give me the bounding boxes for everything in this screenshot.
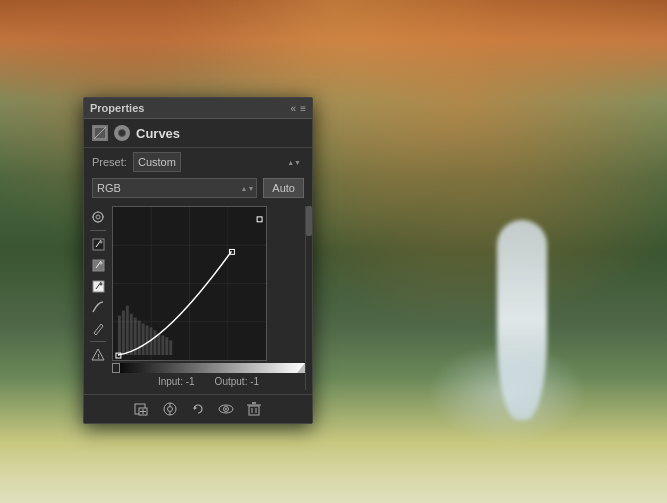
delete-button[interactable] <box>244 400 264 418</box>
input-value: Input: -1 <box>158 376 195 387</box>
channel-row: RGB Red Green Blue Auto <box>84 176 312 202</box>
scrollbar-thumb <box>306 206 312 236</box>
svg-rect-32 <box>153 330 156 355</box>
pencil-draw-tool[interactable] <box>89 319 107 337</box>
svg-point-13 <box>99 282 102 285</box>
svg-rect-23 <box>118 316 121 355</box>
visibility-toggle[interactable] <box>114 125 130 141</box>
svg-point-3 <box>96 215 100 219</box>
reset-button[interactable] <box>188 400 208 418</box>
warning-tool[interactable]: ! <box>89 346 107 364</box>
svg-point-45 <box>168 407 173 412</box>
output-value: Output: -1 <box>215 376 259 387</box>
svg-rect-39 <box>257 217 262 222</box>
panel-scrollbar[interactable] <box>305 206 312 390</box>
eyedropper-gray-tool[interactable] <box>89 256 107 274</box>
svg-rect-10 <box>93 260 104 271</box>
curves-graph-area: Input: -1 Output: -1 <box>112 206 305 390</box>
svg-rect-33 <box>157 333 160 355</box>
svg-rect-24 <box>122 311 125 355</box>
svg-rect-29 <box>142 323 145 355</box>
svg-line-14 <box>94 333 96 335</box>
curves-svg <box>113 207 266 360</box>
tool-separator-1 <box>90 230 106 231</box>
panel-title: Properties <box>90 102 144 114</box>
menu-icon[interactable]: ≡ <box>300 103 306 114</box>
highlight-point-handle[interactable] <box>297 363 305 373</box>
svg-rect-8 <box>93 239 104 250</box>
panel-header: Properties « ≡ <box>84 98 312 119</box>
svg-rect-30 <box>146 325 149 355</box>
svg-text:!: ! <box>98 353 100 360</box>
curves-section-title: Curves <box>136 126 180 141</box>
auto-button[interactable]: Auto <box>263 178 304 198</box>
adjustment-layer-icon <box>92 125 108 141</box>
svg-rect-26 <box>130 314 133 355</box>
svg-rect-52 <box>249 406 259 415</box>
tool-separator-2 <box>90 341 106 342</box>
svg-rect-34 <box>161 335 164 355</box>
preset-label: Preset: <box>92 156 127 168</box>
svg-rect-28 <box>138 321 141 356</box>
curve-tool[interactable] <box>89 298 107 316</box>
target-adjustment-tool[interactable] <box>89 208 107 226</box>
svg-point-11 <box>99 261 102 264</box>
left-toolbar: ! <box>84 206 112 390</box>
visibility-button[interactable] <box>216 400 236 418</box>
channel-select[interactable]: RGB Red Green Blue <box>92 178 257 198</box>
add-mask-button[interactable] <box>132 400 152 418</box>
eyedropper-black-tool[interactable] <box>89 235 107 253</box>
svg-line-1 <box>94 127 106 139</box>
gradient-strip <box>112 363 305 373</box>
curves-header: Curves <box>84 119 312 148</box>
svg-point-51 <box>225 408 227 410</box>
svg-point-2 <box>93 212 103 222</box>
properties-panel: Properties « ≡ Curves Preset: Custom <box>83 97 313 424</box>
preset-select-wrapper: Custom <box>133 152 304 172</box>
waterfall-mist <box>427 343 587 443</box>
svg-rect-35 <box>165 337 168 355</box>
header-controls: « ≡ <box>291 103 306 114</box>
preset-select[interactable]: Custom <box>133 152 181 172</box>
panel-body: ! <box>84 202 312 394</box>
curves-canvas[interactable] <box>112 206 267 361</box>
svg-point-9 <box>99 240 102 243</box>
svg-rect-12 <box>93 281 104 292</box>
input-output-row: Input: -1 Output: -1 <box>112 373 305 390</box>
preset-row: Preset: Custom <box>84 148 312 176</box>
svg-rect-25 <box>126 306 129 355</box>
panel-footer <box>84 394 312 423</box>
eyedropper-white-tool[interactable] <box>89 277 107 295</box>
channel-select-wrapper: RGB Red Green Blue <box>92 178 257 198</box>
shadow-point-handle[interactable] <box>112 363 120 373</box>
previous-state-button[interactable] <box>160 400 180 418</box>
collapse-icon[interactable]: « <box>291 103 297 114</box>
svg-rect-36 <box>169 340 172 355</box>
